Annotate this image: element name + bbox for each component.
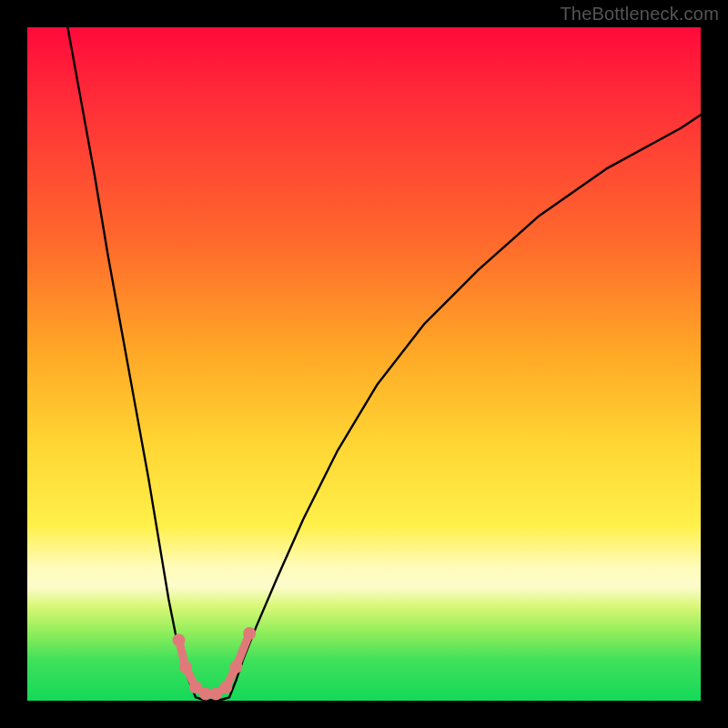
svg-point-7 (243, 627, 256, 640)
svg-point-0 (173, 633, 186, 646)
chart-plot-area (27, 27, 701, 701)
salmon-markers (173, 627, 257, 701)
chart-frame: TheBottleneck.com (0, 0, 728, 728)
chart-svg (27, 27, 701, 701)
svg-point-6 (229, 661, 242, 673)
watermark-text: TheBottleneck.com (560, 4, 719, 25)
svg-point-5 (219, 681, 232, 693)
svg-point-1 (179, 661, 192, 673)
bottleneck-curve (67, 27, 701, 700)
